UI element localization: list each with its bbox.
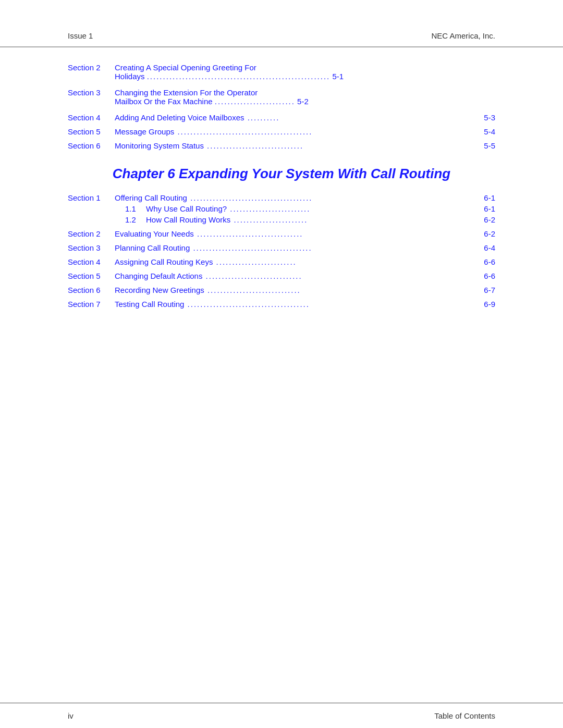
toc-entry-ch5-s3: Section 3 Changing the Extension For the… — [68, 88, 495, 106]
section-label: Section 6 — [68, 286, 115, 294]
entry-subtitle: Mailbox Or the Fax Machine .............… — [115, 97, 495, 106]
chapter5-toc: Section 2 Creating A Special Opening Gre… — [68, 63, 495, 150]
toc-entry-ch6-s6: Section 6 Recording New Greetings ......… — [68, 286, 495, 294]
page-number: 6-6 — [477, 272, 495, 280]
toc-entry-ch6-s3: Section 3 Planning Call Routing ........… — [68, 243, 495, 252]
section-label: Section 5 — [68, 127, 115, 136]
entry-content: Testing Call Routing ...................… — [115, 300, 495, 309]
section-label: Section 3 — [68, 243, 115, 252]
entry-title: Offering Call Routing — [115, 193, 187, 202]
page-number: 5-5 — [477, 141, 495, 150]
toc-entry-ch6-s7: Section 7 Testing Call Routing .........… — [68, 300, 495, 309]
sub-label: 1.2 — [125, 215, 146, 224]
page-number: 6-1 — [477, 193, 495, 202]
page-number: 5-4 — [477, 127, 495, 136]
entry-title: Changing the Extension For the Operator — [115, 88, 258, 97]
entry-title: Testing Call Routing — [115, 300, 184, 309]
toc-entry-ch5-s2: Section 2 Creating A Special Opening Gre… — [68, 63, 495, 81]
entry-content: Offering Call Routing ..................… — [115, 193, 495, 202]
page-number: 6-6 — [477, 257, 495, 266]
dots: ......................................​ — [184, 300, 477, 309]
entry-content: Planning Call Routing ..................… — [115, 243, 495, 252]
page-number: 6-2 — [477, 229, 495, 238]
entry-content: Monitoring System Status ...............… — [115, 141, 495, 150]
chapter6-toc: Section 1 Offering Call Routing ........… — [68, 193, 495, 309]
entry-content: Recording New Greetings ................… — [115, 286, 495, 294]
section-label: Section 2 — [68, 229, 115, 238]
sub-entry-1-2: 1.2 How Call Routing Works .............… — [68, 215, 495, 224]
entry-content: Adding And Deleting Voice Mailboxes ....… — [115, 113, 495, 122]
entry-content: Assigning Call Routing Keys ............… — [115, 257, 495, 266]
toc-entry-ch5-s6: Section 6 Monitoring System Status .....… — [68, 141, 495, 150]
toc-entry-ch6-s5: Section 5 Changing Default Actions .....… — [68, 272, 495, 280]
entry-title: Adding And Deleting Voice Mailboxes — [115, 113, 244, 122]
page: Issue 1 NEC America, Inc. Section 2 Crea… — [0, 0, 563, 728]
entry-title: Creating A Special Opening Greeting For — [115, 63, 256, 72]
entry-content: Message Groups .........................… — [115, 127, 495, 136]
page-footer: iv Table of Contents — [0, 702, 563, 728]
toc-entry-ch5-s5: Section 5 Message Groups ...............… — [68, 127, 495, 136]
page-number: 6-7 — [477, 286, 495, 294]
entry-content: Why Use Call Routing? ..................… — [146, 204, 495, 213]
entry-title: Evaluating Your Needs — [115, 229, 194, 238]
section-label: Section 5 — [68, 272, 115, 280]
header-issue: Issue 1 — [68, 31, 93, 40]
section1-row: Section 1 Offering Call Routing ........… — [68, 193, 495, 202]
sub-label: 1.1 — [125, 204, 146, 213]
dots: ..............................​ — [202, 272, 477, 280]
entry-title: Planning Call Routing — [115, 243, 190, 252]
dots: .............................. — [204, 141, 477, 150]
entry-title: Why Use Call Routing? — [146, 204, 227, 213]
toc-entry-ch5-s4: Section 4 Adding And Deleting Voice Mail… — [68, 113, 495, 122]
entry-content: How Call Routing Works .................… — [146, 215, 495, 224]
page-number: 6-2 — [477, 215, 495, 224]
sub-entry-1-1: 1.1 Why Use Call Routing? ..............… — [68, 204, 495, 213]
entry-subtitle: Holidays ...............................… — [115, 72, 495, 81]
section-label: Section 4 — [68, 113, 115, 122]
section-label: Section 1 — [68, 193, 115, 202]
page-header: Issue 1 NEC America, Inc. — [0, 0, 563, 47]
dots: .......... — [244, 113, 478, 122]
toc-entry-ch6-s1: Section 1 Offering Call Routing ........… — [68, 193, 495, 224]
toc-entry-ch6-s2: Section 2 Evaluating Your Needs ........… — [68, 229, 495, 238]
chapter6-heading: Chapter 6 Expanding Your System With Cal… — [68, 166, 495, 182]
entry-title: Monitoring System Status — [115, 141, 204, 150]
entry-title: How Call Routing Works — [146, 215, 230, 224]
entry-content: Evaluating Your Needs ..................… — [115, 229, 495, 238]
dots: ..................................... — [190, 243, 477, 252]
entry-title: Assigning Call Routing Keys — [115, 257, 213, 266]
footer-section: Table of Contents — [434, 711, 495, 720]
section-label: Section 7 — [68, 300, 115, 309]
main-content: Section 2 Creating A Special Opening Gre… — [0, 47, 563, 728]
entry-title: Message Groups — [115, 127, 174, 136]
page-number: 5-3 — [477, 113, 495, 122]
dots: ................................. — [194, 229, 477, 238]
section-label: Section 4 — [68, 257, 115, 266]
footer-page-number: iv — [68, 711, 74, 720]
dots: ............................. — [204, 286, 477, 294]
dots: ......................... — [227, 204, 477, 213]
section-label: Section 2 — [68, 63, 115, 72]
entry-title: Changing Default Actions — [115, 272, 202, 280]
dots: ...................................... — [187, 193, 477, 202]
section-label: Section 3 — [68, 88, 115, 97]
header-company: NEC America, Inc. — [431, 31, 495, 40]
dots: ........................................… — [174, 127, 477, 136]
entry-title: Recording New Greetings — [115, 286, 204, 294]
page-number: 6-1 — [477, 204, 495, 213]
dots: ......................... — [213, 257, 477, 266]
page-number: 6-9 — [477, 300, 495, 309]
dots: ....................... — [230, 215, 477, 224]
entry-content: Changing Default Actions ...............… — [115, 272, 495, 280]
page-number: 6-4 — [477, 243, 495, 252]
section-label: Section 6 — [68, 141, 115, 150]
toc-entry-ch6-s4: Section 4 Assigning Call Routing Keys ..… — [68, 257, 495, 266]
